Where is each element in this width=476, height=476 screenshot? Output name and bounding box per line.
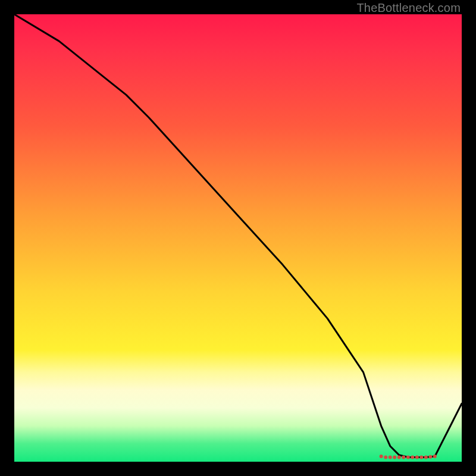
chart-gradient-background bbox=[14, 14, 462, 462]
chart-frame bbox=[14, 14, 462, 462]
watermark-text: TheBottleneck.com bbox=[356, 1, 461, 15]
